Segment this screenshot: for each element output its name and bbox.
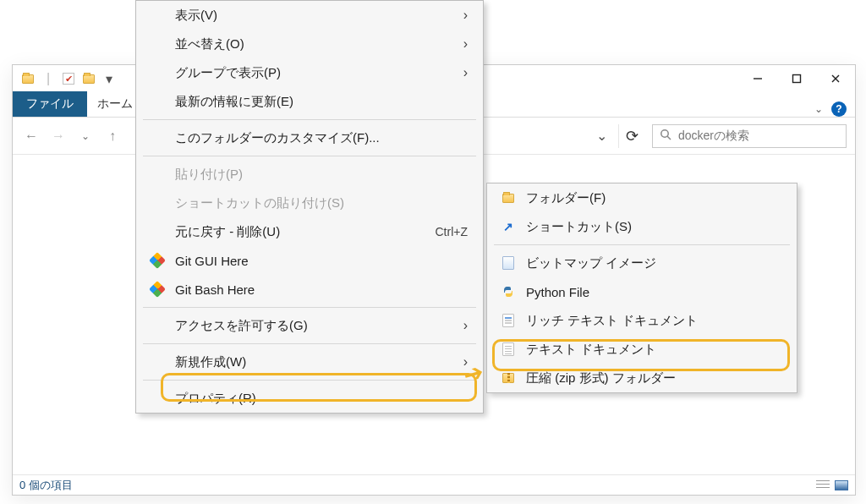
new-shortcut[interactable]: ↗ショートカット(S) (487, 212, 797, 241)
new-text-document[interactable]: テキスト ドキュメント (487, 335, 797, 364)
menu-separator (494, 244, 790, 245)
menu-properties[interactable]: プロパティ(R) (136, 384, 483, 413)
maximize-button[interactable] (777, 65, 816, 92)
chevron-right-icon: › (463, 318, 468, 333)
menu-customize-folder[interactable]: このフォルダーのカスタマイズ(F)... (136, 123, 483, 152)
new-zip-folder[interactable]: 圧縮 (zip 形式) フォルダー (487, 364, 797, 392)
menu-sort[interactable]: 並べ替え(O)› (136, 30, 483, 58)
menu-git-gui[interactable]: Git GUI Here (136, 246, 483, 275)
svg-line-5 (667, 136, 671, 140)
qat-dropdown-icon[interactable]: ▾ (102, 72, 116, 85)
menu-undo[interactable]: 元に戻す - 削除(U)Ctrl+Z (136, 217, 483, 246)
menu-shortcut-label: Ctrl+Z (415, 225, 469, 238)
context-menu: 表示(V)› 並べ替え(O)› グループで表示(P)› 最新の情報に更新(E) … (135, 0, 484, 414)
git-icon (148, 251, 167, 270)
chevron-right-icon: › (463, 354, 468, 370)
menu-new[interactable]: 新規作成(W)› (136, 348, 483, 376)
menu-group-by[interactable]: グループで表示(P)› (136, 58, 483, 87)
view-thumbnails-button[interactable] (835, 480, 848, 490)
menu-paste-shortcut: ショートカットの貼り付け(S) (136, 189, 483, 217)
menu-separator (143, 307, 476, 308)
search-input[interactable]: dockerの検索 (652, 124, 847, 148)
new-bitmap[interactable]: ビットマップ イメージ (487, 249, 797, 277)
new-rtf[interactable]: リッチ テキスト ドキュメント (487, 306, 797, 335)
menu-separator (143, 380, 476, 381)
new-python-file[interactable]: Python File (487, 277, 797, 306)
nav-forward-button[interactable]: → (48, 126, 69, 146)
bitmap-icon (499, 254, 518, 272)
new-submenu: フォルダー(F) ↗ショートカット(S) ビットマップ イメージ Python … (486, 183, 797, 393)
status-item-count: 0 個の項目 (19, 478, 73, 493)
folder-icon (499, 189, 518, 207)
menu-view[interactable]: 表示(V)› (136, 1, 483, 30)
qat-properties-icon[interactable]: ✔ (62, 72, 75, 85)
qat-folder-icon[interactable] (82, 72, 96, 85)
menu-refresh[interactable]: 最新の情報に更新(E) (136, 87, 483, 116)
close-button[interactable] (816, 65, 855, 92)
menu-give-access[interactable]: アクセスを許可する(G)› (136, 311, 483, 340)
search-placeholder: dockerの検索 (678, 129, 749, 144)
chevron-right-icon: › (463, 36, 468, 52)
python-icon (499, 282, 518, 301)
shortcut-icon: ↗ (499, 217, 518, 236)
zip-folder-icon (499, 369, 518, 387)
address-history-dropdown[interactable]: ⌄ (591, 128, 611, 144)
svg-point-4 (661, 130, 668, 137)
svg-rect-1 (793, 75, 801, 83)
divider-icon: | (41, 72, 55, 85)
minimize-button[interactable] (738, 65, 777, 92)
menu-paste: 貼り付け(P) (136, 160, 483, 189)
help-icon[interactable]: ? (831, 101, 847, 117)
text-document-icon (499, 340, 518, 359)
view-details-button[interactable] (816, 480, 830, 490)
search-icon (660, 129, 671, 143)
tab-file[interactable]: ファイル (13, 91, 87, 117)
refresh-button[interactable]: ⟳ (618, 124, 645, 148)
nav-back-button[interactable]: ← (21, 126, 41, 146)
ribbon-collapse-icon[interactable]: ⌄ (814, 103, 823, 115)
menu-separator (143, 119, 476, 120)
rtf-icon (499, 311, 518, 330)
nav-recent-dropdown[interactable]: ⌄ (75, 126, 96, 146)
git-icon (148, 280, 167, 299)
folder-icon (21, 72, 35, 85)
status-bar: 0 個の項目 (13, 474, 855, 495)
nav-up-button[interactable]: ↑ (102, 126, 123, 146)
new-folder[interactable]: フォルダー(F) (487, 184, 797, 212)
menu-separator (143, 343, 476, 344)
menu-git-bash[interactable]: Git Bash Here (136, 275, 483, 304)
menu-separator (143, 156, 476, 156)
chevron-right-icon: › (463, 8, 468, 23)
chevron-right-icon: › (463, 65, 468, 80)
